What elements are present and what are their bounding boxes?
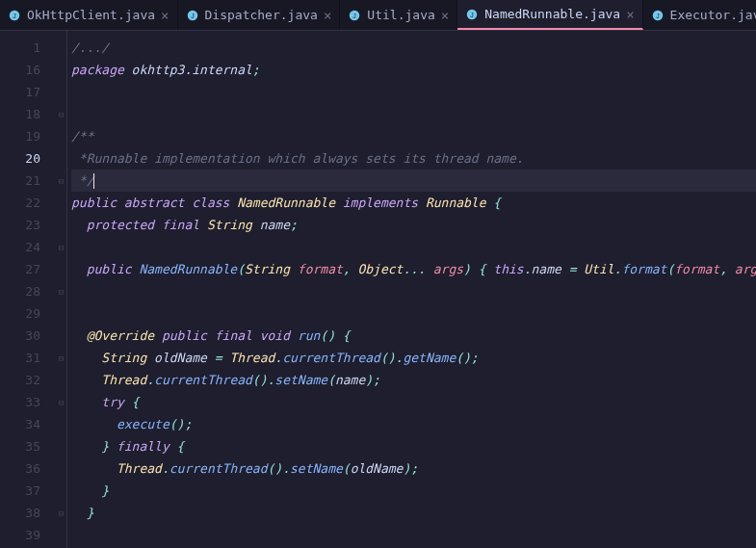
fold-marker[interactable]: ⊟ xyxy=(56,502,66,524)
code-text: this xyxy=(493,262,523,276)
fold-marker[interactable] xyxy=(56,81,66,103)
code-text: @Override xyxy=(87,328,154,343)
line-number[interactable]: 23 xyxy=(0,214,56,236)
code-text: String xyxy=(245,262,290,276)
code-text: currentThread xyxy=(282,351,380,365)
java-file-icon: J xyxy=(651,9,665,22)
text-cursor xyxy=(93,173,94,189)
tab-label: Util.java xyxy=(367,8,434,22)
line-number[interactable]: 18 xyxy=(0,103,56,125)
fold-marker[interactable] xyxy=(56,147,66,170)
svg-text:J: J xyxy=(470,11,474,17)
code-content[interactable]: /.../ package okhttp3.internal; /** *Run… xyxy=(67,31,756,548)
close-icon[interactable]: × xyxy=(161,9,169,22)
line-number[interactable]: 33 xyxy=(0,391,56,413)
fold-marker[interactable] xyxy=(56,457,66,480)
code-text: args xyxy=(735,262,756,276)
svg-text:J: J xyxy=(13,12,16,18)
code-text: getName xyxy=(403,351,456,365)
code-text: format xyxy=(298,262,343,276)
fold-gutter[interactable]: ⊟⊟⊟⊟⊟⊟⊟ xyxy=(56,31,67,548)
code-text: okhttp3.internal xyxy=(124,63,252,77)
line-number[interactable]: 31 xyxy=(0,347,56,369)
fold-marker[interactable] xyxy=(56,325,66,347)
code-text: abstract xyxy=(124,196,185,210)
code-text: Thread xyxy=(101,373,146,387)
java-file-icon: J xyxy=(348,9,361,22)
code-text: Util xyxy=(584,262,613,276)
close-icon[interactable]: × xyxy=(441,9,449,22)
code-text: finally xyxy=(117,439,169,454)
java-file-icon: J xyxy=(186,9,199,22)
code-text: NamedRunnable xyxy=(139,262,237,276)
fold-marker[interactable] xyxy=(56,258,66,280)
tab-dispatcher-java[interactable]: JDispatcher.java× xyxy=(178,0,341,30)
line-number[interactable]: 1 xyxy=(0,37,56,59)
code-text: setName xyxy=(274,373,327,387)
code-text: format xyxy=(674,262,719,276)
line-number-gutter[interactable]: 1161718192021222324272829303132333435363… xyxy=(0,31,56,548)
fold-marker[interactable]: ⊟ xyxy=(56,280,66,302)
code-text: /** xyxy=(71,129,93,144)
code-text: run xyxy=(298,328,320,343)
fold-marker[interactable] xyxy=(56,214,66,236)
code-text: currentThread xyxy=(154,373,252,387)
fold-marker[interactable] xyxy=(56,192,66,214)
line-number[interactable]: 34 xyxy=(0,413,56,435)
fold-marker[interactable] xyxy=(56,369,66,391)
code-text: public xyxy=(71,196,117,210)
tab-executor-java[interactable]: JExecutor.java× xyxy=(643,0,756,30)
line-number[interactable]: 32 xyxy=(0,369,56,391)
line-number[interactable]: 22 xyxy=(0,192,56,214)
line-number[interactable]: 30 xyxy=(0,325,56,347)
line-number[interactable]: 16 xyxy=(0,59,56,81)
line-number[interactable]: 38 xyxy=(0,502,56,524)
tab-okhttpclient-java[interactable]: JOkHttpClient.java× xyxy=(0,0,178,30)
fold-marker[interactable] xyxy=(56,37,66,59)
line-number[interactable]: 27 xyxy=(0,258,56,280)
tab-util-java[interactable]: JUtil.java× xyxy=(340,0,457,30)
fold-marker[interactable]: ⊟ xyxy=(56,170,66,192)
code-text: try xyxy=(101,395,123,409)
fold-marker[interactable]: ⊟ xyxy=(56,236,66,258)
svg-text:J: J xyxy=(656,12,660,18)
line-number[interactable]: 36 xyxy=(0,457,56,480)
line-number[interactable]: 29 xyxy=(0,302,56,325)
line-number[interactable]: 28 xyxy=(0,280,56,302)
fold-marker[interactable] xyxy=(56,59,66,81)
fold-marker[interactable] xyxy=(56,435,66,457)
code-text: String xyxy=(101,351,146,365)
fold-marker[interactable] xyxy=(56,125,66,147)
line-number[interactable]: 39 xyxy=(0,524,56,546)
line-number[interactable]: 24 xyxy=(0,236,56,258)
line-number[interactable]: 35 xyxy=(0,435,56,457)
fold-marker[interactable] xyxy=(56,413,66,435)
code-text: implements xyxy=(343,196,418,210)
line-number[interactable]: 21 xyxy=(0,170,56,192)
fold-marker[interactable] xyxy=(56,524,66,546)
tab-namedrunnable-java[interactable]: JNamedRunnable.java× xyxy=(457,0,642,30)
tab-label: Dispatcher.java xyxy=(205,8,318,22)
code-text: final xyxy=(215,328,252,343)
line-number[interactable]: 20 xyxy=(0,147,56,170)
code-text: Runnable implementation which always set… xyxy=(87,151,524,166)
line-number[interactable]: 37 xyxy=(0,480,56,502)
code-text: name xyxy=(532,262,561,276)
fold-marker[interactable]: ⊟ xyxy=(56,347,66,369)
code-text: class xyxy=(192,196,229,210)
close-icon[interactable]: × xyxy=(626,8,634,21)
svg-text:J: J xyxy=(191,12,195,18)
fold-marker[interactable]: ⊟ xyxy=(56,103,66,125)
line-number[interactable]: 19 xyxy=(0,125,56,147)
code-text: oldName xyxy=(154,351,207,365)
line-number[interactable]: 17 xyxy=(0,81,56,103)
fold-marker[interactable] xyxy=(56,480,66,502)
editor-area: 1161718192021222324272829303132333435363… xyxy=(0,31,756,548)
fold-marker[interactable]: ⊟ xyxy=(56,391,66,413)
fold-marker[interactable] xyxy=(56,302,66,325)
code-text: setName xyxy=(290,461,343,476)
close-icon[interactable]: × xyxy=(324,9,331,22)
svg-text:J: J xyxy=(353,12,357,18)
code-text: Thread xyxy=(117,461,162,476)
code-text: currentThread xyxy=(169,461,268,476)
